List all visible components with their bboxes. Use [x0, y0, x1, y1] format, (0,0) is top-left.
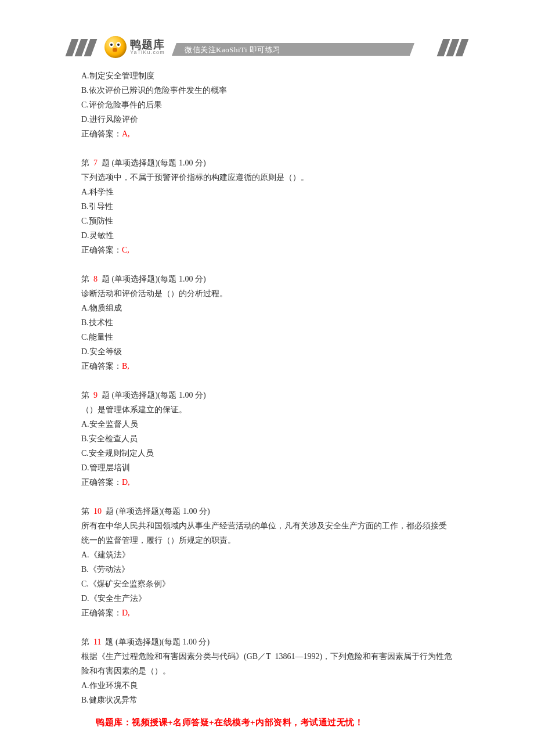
q-suffix: 题 (单项选择题)(每题 1.00 分): [98, 391, 206, 399]
q-prefix: 第: [81, 507, 93, 516]
question-stem: 下列选项中，不属于预警评价指标的构建应遵循的原则是（）。: [81, 170, 453, 185]
option-a: A.科学性: [81, 185, 453, 199]
option-c: C.能量性: [81, 330, 453, 344]
option-c: C.安全规则制定人员: [81, 446, 453, 460]
question-stem: 诊断活动和评价活动是（）的分析过程。: [81, 286, 453, 301]
option-c: C.预防性: [81, 214, 453, 228]
answer-label: 正确答案：: [81, 478, 122, 487]
logo-en: YaTiKu.com: [130, 50, 165, 55]
header-banner-text: 微信关注KaoShiTi 即可练习: [185, 45, 281, 55]
option-a: A.作业环境不良: [81, 678, 453, 693]
q-prefix: 第: [81, 391, 93, 399]
question-number: 9: [93, 391, 98, 399]
answer-label: 正确答案：: [81, 609, 122, 617]
option-c: C.《煤矿安全监察条例》: [81, 577, 453, 591]
answer-label: 正确答案：: [81, 129, 122, 138]
answer-line: 正确答案：C,: [81, 243, 453, 257]
footer-promo-text: 鸭题库：视频授课+名师答疑+在线模考+内部资料，考试通过无忧！: [96, 717, 363, 728]
question-number: 7: [93, 159, 98, 167]
option-d: D.安全等级: [81, 344, 453, 359]
question-header: 第 8 题 (单项选择题)(每题 1.00 分): [81, 272, 453, 286]
answer-line: 正确答案：D,: [81, 475, 453, 489]
option-b: B.依次评价已辨识的危险事件发生的概率: [81, 83, 453, 98]
answer-value: C,: [122, 246, 129, 254]
q-prefix: 第: [81, 159, 93, 167]
option-b: B.安全检查人员: [81, 431, 453, 446]
answer-value: D,: [122, 609, 130, 617]
question-9: 第 9 题 (单项选择题)(每题 1.00 分) （）是管理体系建立的保证。 A…: [81, 388, 453, 489]
question-number: 8: [93, 275, 98, 283]
question-header: 第 11 题 (单项选择题)(每题 1.00 分): [81, 635, 453, 649]
option-b: B.技术性: [81, 315, 453, 330]
question-header: 第 7 题 (单项选择题)(每题 1.00 分): [81, 156, 453, 170]
answer-value: D,: [122, 478, 130, 487]
question-header: 第 10 题 (单项选择题)(每题 1.00 分): [81, 504, 453, 519]
option-d: D.进行风险评价: [81, 112, 453, 127]
page-header: 鸭题库 YaTiKu.com 微信关注KaoShiTi 即可练习: [0, 36, 534, 59]
q-prefix: 第: [81, 638, 93, 646]
duck-icon: [104, 36, 127, 58]
header-stripes-right: [440, 39, 466, 56]
option-a: A.安全监督人员: [81, 417, 453, 431]
answer-value: A,: [122, 129, 130, 138]
option-a: A.制定安全管理制度: [81, 69, 453, 83]
option-d: D.灵敏性: [81, 228, 453, 243]
site-logo: 鸭题库 YaTiKu.com: [104, 36, 165, 58]
question-7: 第 7 题 (单项选择题)(每题 1.00 分) 下列选项中，不属于预警评价指标…: [81, 156, 453, 257]
q-suffix: 题 (单项选择题)(每题 1.00 分): [98, 275, 206, 283]
q-suffix: 题 (单项选择题)(每题 1.00 分): [98, 159, 206, 167]
question-6-partial: A.制定安全管理制度 B.依次评价已辨识的危险事件发生的概率 C.评价危险事件的…: [81, 69, 453, 141]
question-10: 第 10 题 (单项选择题)(每题 1.00 分) 所有在中华人民共和国领域内从…: [81, 504, 453, 620]
logo-cn: 鸭题库: [130, 39, 165, 50]
question-11-partial: 第 11 题 (单项选择题)(每题 1.00 分) 根据《生产过程危险和有害因素…: [81, 635, 453, 707]
q-suffix: 题 (单项选择题)(每题 1.00 分): [102, 507, 210, 516]
answer-label: 正确答案：: [81, 362, 122, 370]
logo-text: 鸭题库 YaTiKu.com: [130, 39, 165, 55]
question-header: 第 9 题 (单项选择题)(每题 1.00 分): [81, 388, 453, 402]
question-number: 10: [93, 507, 102, 516]
q-prefix: 第: [81, 275, 93, 283]
question-stem: （）是管理体系建立的保证。: [81, 402, 453, 417]
answer-line: 正确答案：B,: [81, 359, 453, 373]
option-c: C.评价危险事件的后果: [81, 98, 453, 112]
answer-value: B,: [122, 362, 129, 370]
answer-line: 正确答案：D,: [81, 606, 453, 620]
question-number: 11: [93, 638, 101, 646]
document-body: A.制定安全管理制度 B.依次评价已辨识的危险事件发生的概率 C.评价危险事件的…: [81, 69, 453, 707]
option-a: A.《建筑法》: [81, 548, 453, 562]
question-8: 第 8 题 (单项选择题)(每题 1.00 分) 诊断活动和评价活动是（）的分析…: [81, 272, 453, 373]
option-b: B.引导性: [81, 199, 453, 214]
answer-line: 正确答案：A,: [81, 127, 453, 141]
answer-label: 正确答案：: [81, 246, 122, 254]
question-stem: 所有在中华人民共和国领域内从事生产经营活动的单位，凡有关涉及安全生产方面的工作，…: [81, 519, 453, 548]
question-stem: 根据《生产过程危险和有害因素分类与代码》(GB／T 13861—1992)，下列…: [81, 649, 453, 678]
q-suffix: 题 (单项选择题)(每题 1.00 分): [101, 638, 210, 646]
option-b: B.健康状况异常: [81, 693, 453, 707]
option-d: D.管理层培训: [81, 460, 453, 475]
option-d: D.《安全生产法》: [81, 591, 453, 606]
header-stripes-left: [68, 39, 94, 56]
option-a: A.物质组成: [81, 301, 453, 315]
option-b: B.《劳动法》: [81, 562, 453, 577]
